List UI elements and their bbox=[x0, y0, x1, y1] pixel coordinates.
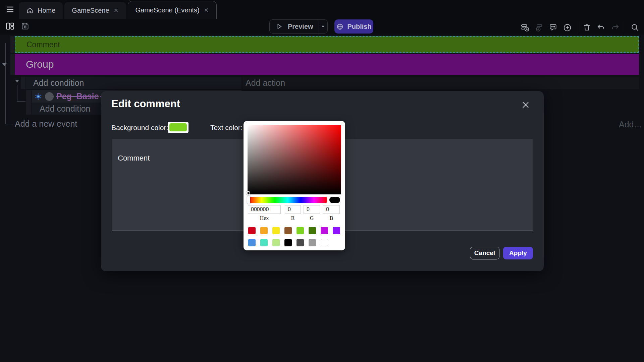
color-swatch-9013fe[interactable] bbox=[333, 227, 340, 234]
comment-textarea-value: Comment bbox=[118, 154, 150, 163]
tree-line bbox=[5, 124, 13, 124]
add-truncated-label: Add… bbox=[619, 120, 642, 129]
color-swatch-ffffff[interactable] bbox=[321, 239, 328, 246]
hue-slider[interactable] bbox=[249, 197, 327, 203]
event-drag-handle[interactable] bbox=[21, 77, 25, 89]
play-icon bbox=[276, 23, 283, 30]
color-swatch-50e3c2[interactable] bbox=[260, 239, 268, 246]
color-swatch-417505[interactable] bbox=[309, 227, 316, 234]
event-drag-handle[interactable] bbox=[10, 54, 15, 75]
hex-label: Hex bbox=[248, 215, 281, 221]
group-event-text: Group bbox=[26, 59, 54, 70]
current-color-preview bbox=[329, 197, 340, 203]
object-thumbnail bbox=[45, 92, 54, 101]
preview-button[interactable]: Preview bbox=[269, 19, 328, 34]
collapse-arrow-icon[interactable] bbox=[2, 63, 7, 66]
add-subevent-icon[interactable] bbox=[535, 23, 543, 32]
saturation-handle[interactable] bbox=[246, 191, 250, 195]
toolbar: Preview Publish bbox=[0, 19, 644, 35]
choose-event-icon[interactable] bbox=[563, 23, 572, 32]
preset-swatch-row bbox=[248, 227, 340, 234]
color-swatch-f5a623[interactable] bbox=[260, 227, 268, 234]
tree-line bbox=[5, 43, 6, 124]
close-tab-icon[interactable] bbox=[113, 8, 119, 13]
event-drag-handle[interactable] bbox=[26, 90, 31, 115]
green-input[interactable] bbox=[304, 205, 320, 214]
red-input[interactable] bbox=[285, 205, 301, 214]
add-action-label: Add action bbox=[246, 78, 285, 88]
comment-event-text: Comment bbox=[26, 40, 60, 49]
color-swatch-b8e986[interactable] bbox=[272, 239, 280, 246]
background-color-label: Background color: bbox=[111, 124, 168, 132]
add-condition-label: Add condition bbox=[33, 78, 84, 88]
color-swatch-d0021b[interactable] bbox=[248, 227, 256, 234]
color-swatch-4a4a4a[interactable] bbox=[297, 239, 304, 246]
color-picker-popup: Hex R G B bbox=[244, 121, 345, 250]
delete-icon[interactable] bbox=[583, 23, 591, 32]
color-swatch-bd10e0[interactable] bbox=[321, 227, 328, 234]
close-tab-icon[interactable] bbox=[204, 7, 209, 13]
background-color-swatch[interactable] bbox=[168, 122, 189, 133]
event-drag-handle[interactable] bbox=[10, 36, 15, 53]
tree-line bbox=[17, 85, 17, 102]
collapse-arrow-icon[interactable] bbox=[15, 80, 19, 82]
color-swatch-8b572a[interactable] bbox=[284, 227, 292, 234]
blue-input[interactable] bbox=[323, 205, 340, 214]
publish-button[interactable]: Publish bbox=[334, 19, 373, 34]
add-action-link[interactable]: Add action bbox=[243, 77, 639, 89]
text-color-label: Text color: bbox=[210, 124, 243, 132]
add-event-icon[interactable] bbox=[521, 23, 529, 32]
tab-home[interactable]: Home bbox=[19, 2, 63, 19]
add-condition-link[interactable]: Add condition bbox=[26, 77, 241, 89]
color-swatch-f8e71c[interactable] bbox=[272, 227, 280, 234]
publish-label: Publish bbox=[347, 23, 371, 31]
group-event[interactable]: Group bbox=[15, 54, 639, 75]
cancel-label: Cancel bbox=[474, 249, 495, 257]
b-label: B bbox=[323, 215, 340, 221]
tab-gamescene-events[interactable]: GameScene (Events) bbox=[128, 1, 217, 19]
color-swatch-4a90e2[interactable] bbox=[248, 239, 256, 246]
add-new-event-link[interactable]: Add a new event bbox=[15, 118, 77, 129]
add-action-truncated-link[interactable]: Add… bbox=[619, 119, 642, 129]
divider bbox=[577, 21, 577, 34]
color-swatch-7ed321[interactable] bbox=[297, 227, 304, 234]
add-comment-icon[interactable] bbox=[549, 23, 557, 32]
hex-input[interactable] bbox=[248, 205, 281, 214]
preset-swatch-row bbox=[248, 239, 328, 246]
tree-line bbox=[17, 101, 25, 102]
g-label: G bbox=[304, 215, 320, 221]
apply-label: Apply bbox=[509, 249, 527, 257]
r-label: R bbox=[285, 215, 301, 221]
color-swatch-000000[interactable] bbox=[284, 239, 292, 246]
undo-icon[interactable] bbox=[597, 23, 605, 32]
save-icon[interactable] bbox=[21, 21, 30, 30]
hue-slider-handle[interactable] bbox=[247, 196, 250, 204]
dialog-title: Edit comment bbox=[111, 98, 180, 110]
object-name: Peg_Basic bbox=[56, 92, 99, 101]
gdevelop-app: Home GameScene GameScene (Events) bbox=[0, 0, 644, 362]
main-menu-icon[interactable] bbox=[5, 5, 15, 13]
add-new-event-label: Add a new event bbox=[15, 119, 77, 129]
color-swatch-9b9b9b[interactable] bbox=[309, 239, 316, 246]
comment-event[interactable]: Comment bbox=[15, 36, 639, 53]
divider bbox=[625, 21, 625, 34]
top-bar: Home GameScene GameScene (Events) bbox=[0, 0, 644, 19]
search-icon[interactable] bbox=[631, 23, 639, 32]
open-panels-icon[interactable] bbox=[5, 21, 14, 30]
tab-label: Home bbox=[38, 7, 55, 14]
add-condition-label: Add condition bbox=[40, 104, 91, 114]
saturation-value-area[interactable] bbox=[248, 125, 341, 194]
tab-label: GameScene (Events) bbox=[136, 6, 200, 14]
chevron-down-icon[interactable] bbox=[320, 23, 326, 29]
home-icon bbox=[26, 7, 34, 14]
preview-label: Preview bbox=[288, 23, 313, 31]
globe-icon bbox=[336, 23, 344, 31]
tab-gamescene[interactable]: GameScene bbox=[64, 2, 126, 19]
apply-button[interactable]: Apply bbox=[503, 247, 533, 259]
tab-label: GameScene bbox=[72, 7, 109, 14]
background-color-value bbox=[169, 123, 187, 131]
cancel-button[interactable]: Cancel bbox=[470, 247, 499, 259]
redo-icon[interactable] bbox=[611, 23, 620, 32]
close-dialog-icon[interactable] bbox=[521, 101, 530, 109]
divider bbox=[319, 19, 319, 34]
